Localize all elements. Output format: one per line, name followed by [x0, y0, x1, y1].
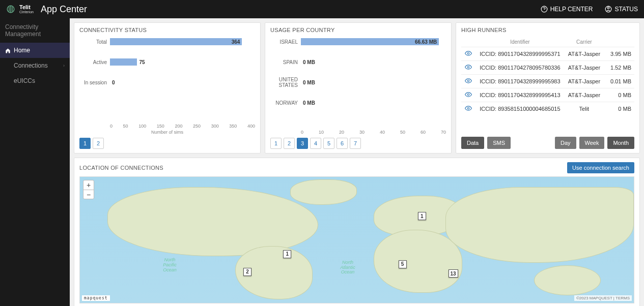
panel-title: LOCATION OF CONNECTIONS [79, 165, 163, 171]
tab-week[interactable]: Week [579, 137, 605, 149]
zoom-in-button[interactable]: + [83, 180, 94, 190]
cell-carrier: Telit [565, 102, 604, 116]
brand-line2: Cinterion [19, 10, 34, 14]
cell-usage: 0 MB [604, 102, 634, 116]
app-title: App Center [41, 4, 87, 15]
page-6[interactable]: 6 [337, 138, 348, 149]
view-icon[interactable] [465, 64, 472, 71]
sidebar-item-connections[interactable]: Connections › [0, 58, 70, 73]
map-marker[interactable]: 1 [418, 212, 426, 220]
cell-usage: 1.52 MB [604, 61, 634, 75]
bar-category-label: Active [79, 59, 110, 65]
ocean-label: NorthAtlanticOcean [340, 260, 355, 276]
col-identifier: Identifier [475, 37, 565, 47]
zoom-out-button[interactable]: − [83, 190, 94, 199]
x-tick: 300 [211, 124, 219, 129]
page-1[interactable]: 1 [79, 138, 91, 149]
cell-usage: 0.01 MB [604, 75, 634, 88]
cell-identifier: ICCID: 89011704328999995983 [475, 75, 565, 88]
bar-category-label: UNITED STATES [270, 77, 301, 88]
brand-text: Telit Cinterion [19, 5, 34, 14]
table-row: ICCID: 89011704328999995413AT&T-Jasper0 … [461, 88, 634, 102]
cell-carrier: AT&T-Jasper [565, 47, 604, 61]
help-center-link[interactable]: HELP CENTER [541, 6, 593, 13]
page-2[interactable]: 2 [93, 138, 104, 149]
page-7[interactable]: 7 [350, 138, 361, 149]
help-center-label: HELP CENTER [550, 6, 593, 13]
page-4[interactable]: 4 [310, 138, 321, 149]
bar-value-label: 75 [139, 59, 145, 65]
chevron-right-icon: › [63, 63, 65, 68]
bar-row: In session0 [79, 77, 255, 88]
tab-month[interactable]: Month [607, 137, 634, 149]
map-canvas[interactable]: NorthPacificOcean NorthAtlanticOcean + −… [79, 176, 634, 303]
tab-day[interactable]: Day [555, 137, 576, 149]
x-tick: 50 [123, 124, 128, 129]
col-carrier: Carrier [565, 37, 604, 47]
cell-carrier: AT&T-Jasper [565, 61, 604, 75]
sidebar-item-home[interactable]: Home [0, 43, 70, 58]
map-marker[interactable]: 5 [399, 260, 407, 268]
table-row: ICCID: 89358151000004685015Telit0 MB [461, 102, 634, 116]
page-3[interactable]: 3 [297, 138, 308, 149]
high-runners-table: Identifier Carrier ICCID: 89011704328999… [461, 37, 634, 115]
table-row: ICCID: 89011704328999995371AT&T-Jasper3.… [461, 47, 634, 61]
x-tick: 30 [359, 130, 365, 135]
brand-logo-icon [6, 5, 15, 14]
page-1[interactable]: 1 [270, 138, 282, 149]
x-tick: 350 [229, 124, 237, 129]
sidebar-item-euiccs[interactable]: eUICCs [0, 73, 70, 88]
cell-carrier: AT&T-Jasper [565, 88, 604, 102]
map-marker[interactable]: 1 [283, 250, 291, 258]
bar-category-label: In session [79, 80, 110, 85]
panel-title: HIGH RUNNERS [461, 27, 634, 33]
view-icon[interactable] [465, 91, 472, 98]
bar-value-label: 0 [112, 80, 115, 85]
x-tick: 70 [441, 130, 446, 135]
tab-sms[interactable]: SMS [487, 137, 511, 149]
use-connection-search-button[interactable]: Use connection search [567, 162, 634, 173]
pagination: 1234567 [270, 135, 446, 149]
map-marker[interactable]: 13 [449, 269, 458, 278]
map-marker[interactable]: 2 [243, 268, 251, 276]
app-header: Telit Cinterion App Center HELP CENTER S… [0, 0, 644, 18]
cell-usage: 3.95 MB [604, 47, 634, 61]
sidebar-item-label: Home [14, 47, 30, 54]
sidebar-section-title: Connectivity Management [0, 18, 70, 43]
bar-row: SPAIN0 MB [270, 56, 446, 68]
connectivity-chart: Total364Active75In session0 [79, 36, 255, 121]
main-content: CONNECTIVITY STATUS Total364Active75In s… [70, 18, 644, 306]
svg-point-5 [467, 66, 469, 68]
list-icon [5, 78, 11, 84]
table-row: ICCID: 89011704278095780336AT&T-Jasper1.… [461, 61, 634, 75]
map-attribution-left: mapquest [82, 295, 110, 301]
x-tick: 0 [301, 130, 303, 135]
x-tick: 400 [247, 124, 255, 129]
cell-identifier: ICCID: 89011704328999995413 [475, 88, 565, 102]
panel-location-of-connections: LOCATION OF CONNECTIONS Use connection s… [74, 158, 640, 306]
status-link[interactable]: STATUS [605, 6, 638, 13]
bar-category-label: SPAIN [270, 59, 301, 65]
view-icon[interactable] [465, 105, 472, 112]
x-tick: 0 [110, 124, 113, 129]
x-tick: 40 [380, 130, 385, 135]
bar-value-label: 0 MB [303, 59, 315, 65]
x-tick: 50 [400, 130, 405, 135]
bar-value-label: 0 MB [303, 80, 315, 85]
x-axis: 010203040506070 [270, 130, 446, 135]
page-2[interactable]: 2 [284, 138, 295, 149]
bar-category-label: NORWAY [270, 100, 301, 106]
svg-point-4 [467, 52, 469, 54]
tab-data[interactable]: Data [461, 137, 484, 149]
view-icon[interactable] [465, 50, 472, 57]
pagination: 12 [79, 135, 255, 149]
help-icon [541, 6, 548, 13]
x-tick: 20 [339, 130, 344, 135]
usage-chart: ISRAEL66.63 MBSPAIN0 MBUNITED STATES0 MB… [270, 36, 446, 128]
view-icon[interactable] [465, 77, 472, 84]
page-5[interactable]: 5 [323, 138, 334, 149]
bar-row: UNITED STATES0 MB [270, 77, 446, 88]
x-tick: 100 [138, 124, 146, 129]
bar: 75 [110, 58, 137, 66]
panel-title: CONNECTIVITY STATUS [79, 27, 255, 33]
